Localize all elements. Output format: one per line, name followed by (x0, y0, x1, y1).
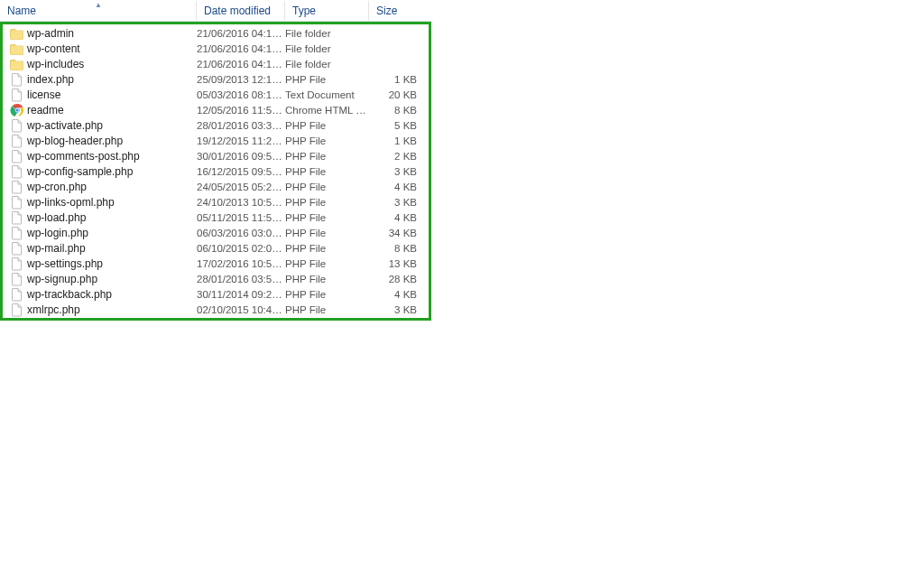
file-name-label: wp-load.php (27, 211, 86, 224)
file-type-cell: PHP File (285, 166, 369, 177)
file-row[interactable]: wp-blog-header.php19/12/2015 11:20 ...PH… (3, 133, 429, 148)
file-name-cell: wp-admin (10, 26, 197, 41)
file-row[interactable]: wp-signup.php28/01/2016 03:51 ...PHP Fil… (3, 271, 429, 286)
file-row[interactable]: wp-cron.php24/05/2015 05:26 ...PHP File4… (3, 179, 429, 194)
file-type-cell: PHP File (285, 304, 369, 315)
folder-icon (10, 42, 24, 56)
file-name-cell: wp-load.php (10, 210, 197, 225)
file-name-cell: wp-login.php (10, 226, 197, 240)
file-name-cell: wp-cron.php (10, 180, 197, 194)
file-row[interactable]: wp-config-sample.php16/12/2015 09:58 ...… (3, 163, 429, 179)
file-row[interactable]: wp-mail.php06/10/2015 02:07 ...PHP File8… (3, 240, 429, 256)
file-name-cell: wp-content (10, 42, 197, 56)
file-row[interactable]: wp-content21/06/2016 04:17 ...File folde… (3, 41, 429, 56)
file-explorer-details-view: Name ▲ Date modified Type Size wp-admin2… (0, 0, 431, 321)
file-date-cell: 24/10/2013 10:58 ... (197, 197, 285, 208)
file-type-cell: File folder (285, 59, 369, 70)
file-name-cell: license (10, 88, 197, 102)
file-type-cell: PHP File (285, 212, 369, 223)
file-icon (10, 180, 24, 194)
file-icon (10, 149, 24, 163)
file-type-cell: Chrome HTML Do... (285, 105, 369, 116)
file-name-cell: wp-config-sample.php (10, 164, 197, 179)
file-name-label: wp-trackback.php (27, 288, 112, 301)
file-size-cell: 3 KB (369, 166, 420, 177)
file-name-cell: wp-includes (10, 57, 197, 71)
file-size-cell: 5 KB (369, 120, 420, 131)
file-name-label: wp-mail.php (27, 242, 86, 255)
file-size-cell: 34 KB (369, 228, 420, 238)
file-name-label: wp-comments-post.php (27, 150, 140, 163)
file-row[interactable]: xmlrpc.php02/10/2015 10:46 ...PHP File3 … (3, 302, 429, 317)
file-icon (10, 241, 24, 256)
file-name-label: wp-config-sample.php (27, 165, 133, 178)
file-date-cell: 05/11/2015 11:59 ... (197, 212, 285, 223)
file-row[interactable]: index.php25/09/2013 12:18 ...PHP File1 K… (3, 71, 429, 87)
file-size-cell: 28 KB (369, 274, 420, 284)
file-name-cell: wp-blog-header.php (10, 134, 197, 148)
file-size-cell: 13 KB (369, 258, 420, 269)
file-size-cell: 4 KB (369, 212, 420, 223)
file-name-label: index.php (27, 73, 74, 86)
file-name-label: wp-content (27, 42, 80, 55)
file-name-cell: wp-signup.php (10, 272, 197, 286)
file-name-label: wp-links-opml.php (27, 196, 115, 209)
file-icon (10, 210, 24, 225)
file-name-label: wp-settings.php (27, 257, 103, 270)
file-row[interactable]: wp-includes21/06/2016 04:17 ...File fold… (3, 56, 429, 71)
file-icon (10, 88, 24, 102)
file-row[interactable]: wp-activate.php28/01/2016 03:35 ...PHP F… (3, 117, 429, 133)
file-type-cell: PHP File (285, 258, 369, 269)
file-type-cell: PHP File (285, 135, 369, 146)
file-date-cell: 17/02/2016 10:58 ... (197, 258, 285, 269)
file-row[interactable]: wp-settings.php17/02/2016 10:58 ...PHP F… (3, 256, 429, 271)
file-row[interactable]: readme12/05/2016 11:54 ...Chrome HTML Do… (3, 102, 429, 117)
file-size-cell: 3 KB (369, 304, 420, 315)
file-size-cell: 8 KB (369, 243, 420, 254)
file-size-cell: 4 KB (369, 182, 420, 192)
file-size-cell: 1 KB (369, 74, 420, 85)
column-header-size[interactable]: Size (369, 1, 424, 21)
file-row[interactable]: wp-comments-post.php30/01/2016 09:56 ...… (3, 148, 429, 163)
file-list-highlight-box: wp-admin21/06/2016 04:17 ...File folderw… (0, 22, 431, 321)
file-icon (10, 164, 24, 179)
file-row[interactable]: license05/03/2016 08:14 ...Text Document… (3, 87, 429, 102)
file-date-cell: 21/06/2016 04:17 ... (197, 43, 285, 54)
file-type-cell: File folder (285, 43, 369, 54)
file-date-cell: 28/01/2016 03:35 ... (197, 120, 285, 131)
file-row[interactable]: wp-links-opml.php24/10/2013 10:58 ...PHP… (3, 194, 429, 210)
folder-icon (10, 57, 24, 71)
file-size-cell: 8 KB (369, 105, 420, 116)
file-name-cell: wp-mail.php (10, 241, 197, 256)
file-icon (10, 226, 24, 240)
file-size-cell: 2 KB (369, 151, 420, 162)
file-row[interactable]: wp-trackback.php30/11/2014 09:23 ...PHP … (3, 286, 429, 302)
file-row[interactable]: wp-admin21/06/2016 04:17 ...File folder (3, 25, 429, 41)
file-type-cell: PHP File (285, 120, 369, 131)
column-header-name[interactable]: Name ▲ (0, 1, 197, 21)
file-name-label: wp-blog-header.php (27, 135, 123, 147)
column-header-type[interactable]: Type (285, 1, 369, 21)
file-icon (10, 134, 24, 148)
file-date-cell: 28/01/2016 03:51 ... (197, 274, 285, 284)
file-type-cell: PHP File (285, 182, 369, 192)
file-type-cell: PHP File (285, 289, 369, 300)
file-name-cell: readme (10, 103, 197, 117)
file-icon (10, 256, 24, 271)
file-size-cell: 1 KB (369, 135, 420, 146)
folder-icon (10, 26, 24, 41)
file-type-cell: PHP File (285, 243, 369, 254)
file-name-label: wp-cron.php (27, 181, 87, 193)
column-header-date[interactable]: Date modified (197, 1, 285, 21)
file-name-label: xmlrpc.php (27, 303, 80, 316)
file-row[interactable]: wp-load.php05/11/2015 11:59 ...PHP File4… (3, 210, 429, 225)
file-icon (10, 195, 24, 210)
file-date-cell: 19/12/2015 11:20 ... (197, 135, 285, 146)
svg-point-3 (15, 108, 18, 111)
file-name-cell: wp-trackback.php (10, 287, 197, 302)
file-row[interactable]: wp-login.php06/03/2016 03:06 ...PHP File… (3, 225, 429, 240)
file-name-label: wp-activate.php (27, 119, 103, 132)
file-date-cell: 24/05/2015 05:26 ... (197, 182, 285, 192)
file-date-cell: 25/09/2013 12:18 ... (197, 74, 285, 85)
file-date-cell: 06/10/2015 02:07 ... (197, 243, 285, 254)
